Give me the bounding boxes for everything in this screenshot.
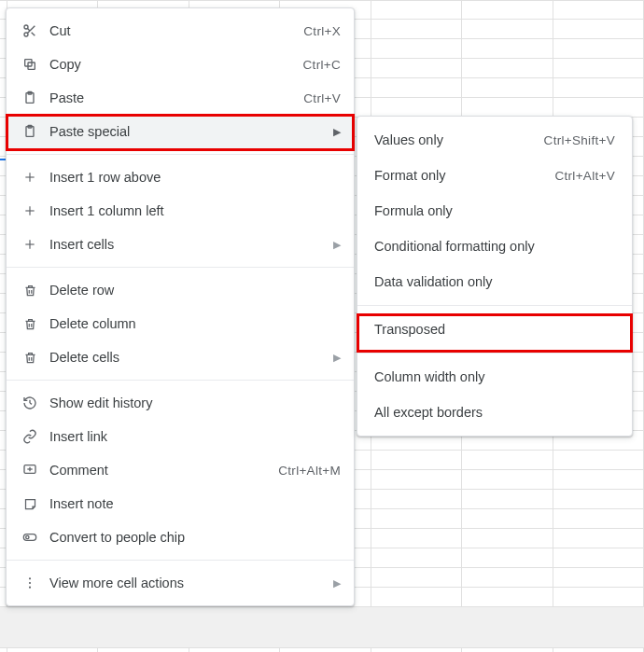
menu-label: Insert note bbox=[40, 496, 341, 511]
submenu-item-all-except-borders[interactable]: All except borders bbox=[357, 395, 632, 430]
svg-point-0 bbox=[24, 25, 28, 29]
copy-icon bbox=[20, 57, 40, 72]
clipboard-icon bbox=[20, 124, 40, 139]
menu-label: Delete cells bbox=[40, 350, 328, 365]
menu-shortcut: Ctrl+C bbox=[303, 58, 341, 72]
separator bbox=[357, 353, 632, 354]
menu-label: Delete column bbox=[40, 316, 341, 331]
chevron-right-icon: ▶ bbox=[328, 577, 341, 590]
menu-label: Conditional formatting only bbox=[374, 239, 615, 254]
menu-label: Delete row bbox=[40, 283, 341, 298]
menu-item-delete-column[interactable]: Delete column bbox=[7, 307, 354, 340]
menu-label: Copy bbox=[40, 57, 303, 72]
menu-label: All except borders bbox=[374, 405, 615, 420]
menu-item-insert-cells[interactable]: Insert cells ▶ bbox=[7, 228, 354, 261]
menu-shortcut: Ctrl+Alt+V bbox=[554, 169, 615, 183]
submenu-item-values-only[interactable]: Values only Ctrl+Shift+V bbox=[357, 122, 632, 158]
menu-item-copy[interactable]: Copy Ctrl+C bbox=[7, 48, 354, 81]
menu-item-edit-history[interactable]: Show edit history bbox=[7, 386, 354, 420]
menu-label: Transposed bbox=[374, 322, 615, 337]
menu-label: Column width only bbox=[374, 369, 615, 384]
menu-item-insert-row-above[interactable]: Insert 1 row above bbox=[7, 160, 354, 194]
separator bbox=[7, 267, 354, 268]
menu-label: Values only bbox=[374, 132, 544, 147]
menu-shortcut: Ctrl+X bbox=[303, 24, 341, 38]
trash-icon bbox=[20, 284, 40, 298]
menu-item-cut[interactable]: Cut Ctrl+X bbox=[7, 14, 354, 48]
menu-item-paste[interactable]: Paste Ctrl+V bbox=[7, 81, 354, 115]
menu-item-comment[interactable]: Comment Ctrl+Alt+M bbox=[7, 453, 354, 487]
menu-item-insert-link[interactable]: Insert link bbox=[7, 420, 354, 453]
menu-label: Insert cells bbox=[40, 237, 328, 252]
link-icon bbox=[20, 429, 40, 444]
plus-icon bbox=[20, 204, 40, 217]
plus-icon bbox=[20, 238, 40, 251]
menu-label: Convert to people chip bbox=[40, 530, 341, 545]
svg-point-23 bbox=[26, 535, 29, 538]
menu-label: Insert 1 row above bbox=[40, 170, 341, 185]
svg-line-3 bbox=[32, 33, 35, 36]
chevron-right-icon: ▶ bbox=[328, 239, 341, 251]
menu-item-delete-cells[interactable]: Delete cells ▶ bbox=[7, 340, 354, 374]
submenu-item-transposed[interactable]: Transposed bbox=[357, 312, 632, 347]
paste-special-submenu: Values only Ctrl+Shift+V Format only Ctr… bbox=[357, 116, 633, 437]
chevron-right-icon: ▶ bbox=[328, 126, 341, 138]
svg-line-4 bbox=[27, 28, 30, 31]
menu-label: Comment bbox=[40, 463, 278, 478]
svg-point-26 bbox=[29, 587, 31, 589]
menu-item-more-actions[interactable]: View more cell actions ▶ bbox=[7, 566, 354, 600]
trash-icon bbox=[20, 317, 40, 331]
menu-label: Formula only bbox=[374, 203, 615, 218]
svg-line-18 bbox=[30, 403, 32, 404]
chevron-right-icon: ▶ bbox=[328, 352, 341, 364]
menu-label: Insert link bbox=[40, 429, 341, 444]
menu-item-paste-special[interactable]: Paste special ▶ bbox=[7, 115, 354, 148]
menu-item-insert-col-left[interactable]: Insert 1 column left bbox=[7, 194, 354, 228]
separator bbox=[357, 305, 632, 306]
menu-shortcut: Ctrl+V bbox=[303, 91, 341, 105]
submenu-item-format-only[interactable]: Format only Ctrl+Alt+V bbox=[357, 158, 632, 193]
separator bbox=[7, 560, 354, 561]
separator bbox=[7, 380, 354, 381]
separator bbox=[7, 154, 354, 155]
comment-icon bbox=[20, 463, 40, 478]
clipboard-icon bbox=[20, 90, 40, 105]
menu-item-delete-row[interactable]: Delete row bbox=[7, 273, 354, 307]
menu-label: Paste special bbox=[40, 124, 328, 139]
menu-label: View more cell actions bbox=[40, 576, 328, 590]
submenu-item-column-width-only[interactable]: Column width only bbox=[357, 359, 632, 395]
svg-point-24 bbox=[29, 577, 31, 579]
menu-label: Data validation only bbox=[374, 274, 615, 289]
note-icon bbox=[20, 497, 40, 511]
menu-shortcut: Ctrl+Alt+M bbox=[278, 464, 341, 478]
submenu-item-formula-only[interactable]: Formula only bbox=[357, 193, 632, 229]
scissors-icon bbox=[20, 23, 40, 38]
menu-item-people-chip[interactable]: Convert to people chip bbox=[7, 520, 354, 554]
more-vertical-icon bbox=[20, 576, 40, 590]
menu-label: Format only bbox=[374, 168, 554, 183]
svg-point-25 bbox=[29, 582, 31, 584]
plus-icon bbox=[20, 171, 40, 184]
menu-label: Insert 1 column left bbox=[40, 203, 341, 218]
menu-label: Show edit history bbox=[40, 395, 341, 410]
submenu-item-data-validation-only[interactable]: Data validation only bbox=[357, 264, 632, 299]
context-menu: Cut Ctrl+X Copy Ctrl+C Paste Ctrl+V Past… bbox=[6, 7, 355, 606]
menu-shortcut: Ctrl+Shift+V bbox=[544, 133, 615, 147]
history-icon bbox=[20, 395, 40, 410]
svg-point-1 bbox=[24, 33, 28, 36]
person-chip-icon bbox=[20, 530, 40, 545]
menu-item-insert-note[interactable]: Insert note bbox=[7, 487, 354, 520]
menu-label: Cut bbox=[40, 23, 303, 38]
menu-label: Paste bbox=[40, 90, 303, 105]
trash-icon bbox=[20, 351, 40, 365]
submenu-item-conditional-formatting-only[interactable]: Conditional formatting only bbox=[357, 229, 632, 264]
